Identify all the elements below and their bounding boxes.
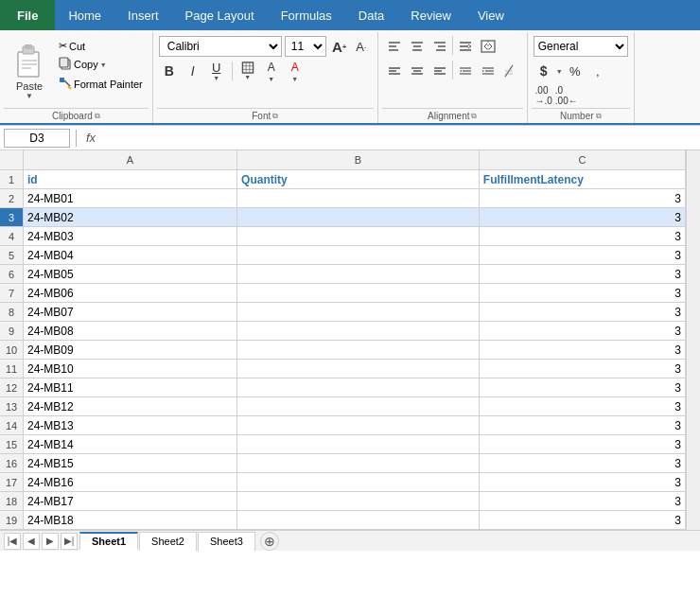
cell-c14[interactable]: 3 bbox=[480, 416, 686, 434]
cell-c4[interactable]: 3 bbox=[480, 227, 686, 245]
cell-reference-box[interactable] bbox=[4, 129, 70, 148]
alignment-dialog-launcher[interactable]: ⧉ bbox=[471, 112, 477, 121]
font-size-select[interactable]: 11 bbox=[285, 36, 326, 57]
cell-b19[interactable] bbox=[237, 511, 480, 529]
align-left-button[interactable] bbox=[384, 61, 405, 81]
sheet-tab-sheet1[interactable]: Sheet1 bbox=[79, 532, 138, 551]
number-dialog-launcher[interactable]: ⧉ bbox=[596, 112, 602, 121]
fill-color-dropdown[interactable]: ▼ bbox=[268, 76, 274, 82]
cell-b18[interactable] bbox=[237, 492, 480, 510]
percent-button[interactable]: % bbox=[565, 61, 586, 81]
tab-formulas[interactable]: Formulas bbox=[268, 0, 345, 30]
cell-b17[interactable] bbox=[237, 473, 480, 491]
tab-view[interactable]: View bbox=[464, 0, 517, 30]
cell-a7[interactable]: 24-MB06 bbox=[24, 284, 237, 302]
cell-b4[interactable] bbox=[237, 227, 480, 245]
sheet-nav-prev[interactable]: ◀ bbox=[23, 533, 40, 550]
number-format-select[interactable]: General bbox=[534, 36, 628, 57]
cell-b6[interactable] bbox=[237, 265, 480, 283]
paste-dropdown-arrow[interactable]: ▼ bbox=[26, 92, 33, 100]
tab-file[interactable]: File bbox=[0, 0, 55, 30]
cell-a9[interactable]: 24-MB08 bbox=[24, 322, 237, 340]
increase-font-button[interactable]: A+ bbox=[329, 36, 350, 57]
align-middle-button[interactable] bbox=[407, 61, 428, 81]
cell-b7[interactable] bbox=[237, 284, 480, 302]
decrease-decimal-button[interactable]: .0.00← bbox=[556, 85, 577, 106]
sheet-nav-last[interactable]: ▶| bbox=[61, 533, 78, 550]
cell-c1[interactable]: FulfillmentLatency bbox=[480, 170, 686, 188]
cell-a13[interactable]: 24-MB12 bbox=[24, 397, 237, 415]
cell-a16[interactable]: 24-MB15 bbox=[24, 454, 237, 472]
cell-c7[interactable]: 3 bbox=[480, 284, 686, 302]
copy-button[interactable]: Copy ▼ bbox=[55, 55, 147, 74]
clipboard-dialog-launcher[interactable]: ⧉ bbox=[95, 112, 100, 121]
cell-a14[interactable]: 24-MB13 bbox=[24, 416, 237, 434]
borders-button[interactable]: ▼ bbox=[237, 61, 258, 81]
cell-b13[interactable] bbox=[237, 397, 480, 415]
cell-c16[interactable]: 3 bbox=[480, 454, 686, 472]
align-bottom-button[interactable] bbox=[429, 61, 450, 81]
tab-page-layout[interactable]: Page Layout bbox=[172, 0, 268, 30]
cell-a12[interactable]: 24-MB11 bbox=[24, 378, 237, 396]
tab-insert[interactable]: Insert bbox=[114, 0, 172, 30]
currency-dropdown[interactable]: ▼ bbox=[556, 68, 563, 75]
cell-b3[interactable] bbox=[237, 208, 480, 226]
cell-a15[interactable]: 24-MB14 bbox=[24, 435, 237, 453]
cell-b1[interactable]: Quantity bbox=[237, 170, 480, 188]
increase-decimal-button[interactable]: .00→.0 bbox=[534, 85, 554, 106]
cell-b12[interactable] bbox=[237, 378, 480, 396]
cell-b8[interactable] bbox=[237, 303, 480, 321]
cell-a17[interactable]: 24-MB16 bbox=[24, 473, 237, 491]
font-family-select[interactable]: Calibri bbox=[159, 36, 282, 57]
tab-home[interactable]: Home bbox=[55, 0, 114, 30]
underline-button[interactable]: U ▼ bbox=[206, 61, 227, 81]
cell-b11[interactable] bbox=[237, 360, 480, 378]
add-sheet-button[interactable]: ⊕ bbox=[260, 532, 279, 551]
borders-dropdown[interactable]: ▼ bbox=[244, 74, 251, 80]
cell-a1[interactable]: id bbox=[24, 170, 237, 188]
format-painter-button[interactable]: Format Painter bbox=[55, 75, 147, 94]
cut-button[interactable]: ✂ Cut bbox=[55, 38, 147, 54]
merge-center-button[interactable] bbox=[478, 36, 499, 57]
italic-button[interactable]: I bbox=[183, 61, 203, 81]
cell-c8[interactable]: 3 bbox=[480, 303, 686, 321]
col-header-a[interactable]: A bbox=[24, 150, 237, 169]
cell-a6[interactable]: 24-MB05 bbox=[24, 265, 237, 283]
cell-c5[interactable]: 3 bbox=[480, 246, 686, 264]
tab-review[interactable]: Review bbox=[397, 0, 464, 30]
sheet-tab-sheet2[interactable]: Sheet2 bbox=[139, 532, 197, 551]
cell-b16[interactable] bbox=[237, 454, 480, 472]
sheet-tab-sheet3[interactable]: Sheet3 bbox=[198, 532, 255, 551]
cell-a19[interactable]: 24-MB18 bbox=[24, 511, 237, 529]
comma-button[interactable]: , bbox=[587, 61, 608, 81]
cell-a2[interactable]: 24-MB01 bbox=[24, 189, 237, 207]
cell-a11[interactable]: 24-MB10 bbox=[24, 360, 237, 378]
align-center-button[interactable] bbox=[407, 36, 428, 57]
bold-button[interactable]: B bbox=[159, 61, 180, 81]
cell-a5[interactable]: 24-MB04 bbox=[24, 246, 237, 264]
cell-b15[interactable] bbox=[237, 435, 480, 453]
cell-b10[interactable] bbox=[237, 341, 480, 359]
indent-increase-button[interactable] bbox=[478, 61, 499, 81]
vertical-scrollbar[interactable] bbox=[686, 150, 700, 530]
font-color-dropdown[interactable]: ▼ bbox=[291, 76, 298, 82]
cell-c10[interactable]: 3 bbox=[480, 341, 686, 359]
formula-input[interactable] bbox=[103, 129, 696, 148]
wrap-text-button[interactable] bbox=[455, 36, 476, 57]
orientation-button[interactable] bbox=[500, 61, 521, 81]
col-header-c[interactable]: C bbox=[480, 150, 686, 169]
cell-c17[interactable]: 3 bbox=[480, 473, 686, 491]
cell-c11[interactable]: 3 bbox=[480, 360, 686, 378]
indent-decrease-button[interactable] bbox=[455, 61, 476, 81]
font-dialog-launcher[interactable]: ⧉ bbox=[272, 112, 278, 121]
cell-a4[interactable]: 24-MB03 bbox=[24, 227, 237, 245]
cell-c19[interactable]: 3 bbox=[480, 511, 686, 529]
cell-a3[interactable]: 24-MB02 bbox=[24, 208, 237, 226]
paste-button[interactable]: Paste ▼ bbox=[6, 36, 53, 103]
cell-c12[interactable]: 3 bbox=[480, 378, 686, 396]
fill-color-button[interactable]: A ▼ bbox=[261, 61, 282, 81]
font-color-button[interactable]: A ▼ bbox=[285, 61, 306, 81]
sheet-nav-next[interactable]: ▶ bbox=[42, 533, 59, 550]
sheet-nav-first[interactable]: |◀ bbox=[4, 533, 21, 550]
cell-c13[interactable]: 3 bbox=[480, 397, 686, 415]
